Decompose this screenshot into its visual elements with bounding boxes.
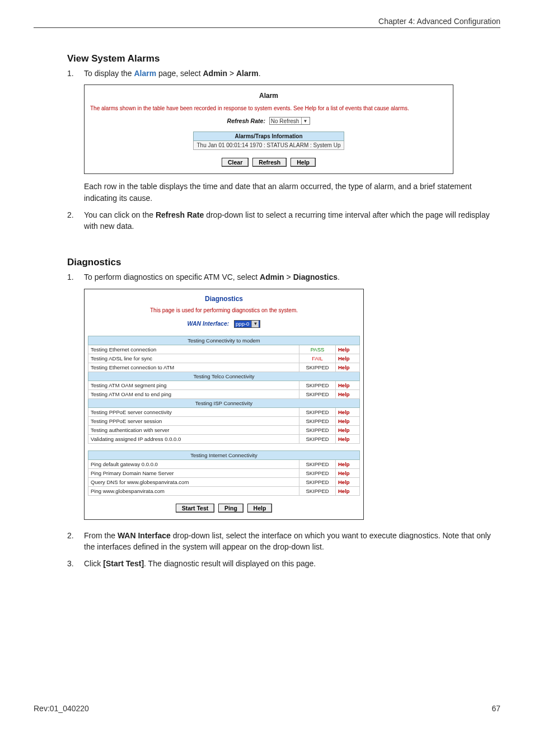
diag-status: SKIPPED	[299, 416, 336, 425]
step-text: From the WAN Interface drop-down list, s…	[84, 530, 500, 553]
chapter-header: Chapter 4: Advanced Configuration	[34, 17, 500, 28]
diag-row: Testing Ethernet connection to ATMSKIPPE…	[88, 363, 360, 372]
diag-help-link[interactable]: Help	[336, 407, 360, 416]
diag-help-link[interactable]: Help	[336, 381, 360, 389]
step-text: You can click on the Refresh Rate drop-d…	[84, 209, 500, 232]
alarms-body-para: Each row in the table displays the time …	[84, 181, 500, 204]
diag-status: SKIPPED	[299, 389, 336, 398]
diag-title: Diagnostics	[88, 293, 360, 307]
diag-test-name: Testing Ethernet connection	[88, 345, 299, 354]
diag-status: SKIPPED	[299, 381, 336, 389]
refresh-button[interactable]: Refresh	[252, 158, 287, 167]
diag-section-telco: Testing Telco Connectivity	[88, 372, 360, 381]
diag-row: Testing ATM OAM segment pingSKIPPEDHelp	[88, 381, 360, 389]
diag-row: Testing PPPoE server connectivitySKIPPED…	[88, 407, 360, 416]
wan-interface-select[interactable]: ppp-0 ▼	[234, 320, 260, 328]
step-text: Click [Start Test]. The diagnostic resul…	[84, 558, 500, 569]
alarm-panel: Alarm The alarms shown in the table have…	[84, 84, 453, 174]
diag-status: SKIPPED	[299, 477, 336, 486]
chevron-down-icon: ▼	[301, 118, 308, 124]
diag-status: SKIPPED	[299, 363, 336, 372]
diag-help-link[interactable]: Help	[336, 486, 360, 495]
diag-status: PASS	[299, 345, 336, 354]
chevron-down-icon: ▼	[251, 321, 259, 327]
footer-page: 67	[491, 704, 500, 713]
wan-interface-label: WAN Interface:	[188, 320, 229, 327]
diag-help-link[interactable]: Help	[336, 477, 360, 486]
diag-status: SKIPPED	[299, 468, 336, 477]
diag-help-link[interactable]: Help	[336, 468, 360, 477]
diag-test-name: Ping default gateway 0.0.0.0	[88, 459, 299, 468]
diag-row: Validating assigned IP address 0.0.0.0SK…	[88, 434, 360, 443]
alarm-row: Thu Jan 01 00:01:14 1970 : STATUS ALARM …	[193, 141, 344, 150]
diag-test-name: Testing ATM OAM segment ping	[88, 381, 299, 389]
diag-row: Testing Ethernet connectionPASSHelp	[88, 345, 360, 354]
diag-help-link[interactable]: Help	[336, 389, 360, 398]
diag-test-name: Testing PPPoE server session	[88, 416, 299, 425]
refresh-rate-select[interactable]: No Refresh ▼	[269, 117, 311, 125]
clear-button[interactable]: Clear	[222, 158, 249, 167]
alarms-heading: View System Alarms	[67, 53, 500, 64]
alarms-table-header: Alarms/Traps Information	[193, 132, 344, 141]
diag-status: FAIL	[299, 354, 336, 363]
refresh-rate-label: Refresh Rate:	[227, 118, 265, 124]
step-number: 1.	[67, 271, 84, 283]
footer-rev: Rev:01_040220	[34, 704, 89, 713]
diag-test-name: Testing ATM OAM end to end ping	[88, 389, 299, 398]
alarm-title: Alarm	[88, 88, 449, 105]
diag-status: SKIPPED	[299, 486, 336, 495]
diag-help-button[interactable]: Help	[247, 504, 273, 513]
diagnostics-panel: Diagnostics This page is used for perfor…	[84, 289, 364, 520]
diag-help-link[interactable]: Help	[336, 345, 360, 354]
step-number: 2.	[67, 209, 84, 232]
diag-row: Testing ATM OAM end to end pingSKIPPEDHe…	[88, 389, 360, 398]
diag-help-link[interactable]: Help	[336, 363, 360, 372]
diag-section-modem: Testing Connectivity to modem	[88, 336, 360, 345]
diag-help-link[interactable]: Help	[336, 459, 360, 468]
alarm-link: Alarm	[134, 69, 157, 78]
diag-row: Testing ADSL line for syncFAILHelp	[88, 354, 360, 363]
diag-row: Ping default gateway 0.0.0.0SKIPPEDHelp	[88, 459, 360, 468]
step-number: 1.	[67, 68, 84, 79]
diag-test-name: Ping www.globespanvirata.com	[88, 486, 299, 495]
diag-test-name: Query DNS for www.globespanvirata.com	[88, 477, 299, 486]
step-text: To display the Alarm page, select Admin …	[84, 68, 500, 79]
step-number: 3.	[67, 558, 84, 569]
diagnostics-heading: Diagnostics	[67, 257, 500, 268]
diag-table: Testing Connectivity to modem Testing Et…	[88, 336, 360, 496]
diag-test-name: Testing authentication with server	[88, 425, 299, 434]
diag-status: SKIPPED	[299, 407, 336, 416]
diag-row: Ping www.globespanvirata.comSKIPPEDHelp	[88, 486, 360, 495]
diag-status: SKIPPED	[299, 459, 336, 468]
help-button[interactable]: Help	[291, 158, 316, 167]
diag-test-name: Validating assigned IP address 0.0.0.0	[88, 434, 299, 443]
diag-desc: This page is used for performing diagnos…	[88, 307, 360, 320]
alarm-desc: The alarms shown in the table have been …	[88, 105, 449, 117]
diag-row: Testing PPPoE server sessionSKIPPEDHelp	[88, 416, 360, 425]
diag-row: Ping Primary Domain Name ServerSKIPPEDHe…	[88, 468, 360, 477]
diag-status: SKIPPED	[299, 434, 336, 443]
diag-help-link[interactable]: Help	[336, 354, 360, 363]
diag-row: Query DNS for www.globespanvirata.comSKI…	[88, 477, 360, 486]
diag-section-inet: Testing Internet Connectivity	[88, 450, 360, 459]
ping-button[interactable]: Ping	[218, 504, 243, 513]
diag-status: SKIPPED	[299, 425, 336, 434]
step-number: 2.	[67, 530, 84, 553]
diag-row: Testing authentication with serverSKIPPE…	[88, 425, 360, 434]
diag-test-name: Ping Primary Domain Name Server	[88, 468, 299, 477]
diag-test-name: Testing ADSL line for sync	[88, 354, 299, 363]
diag-help-link[interactable]: Help	[336, 425, 360, 434]
alarms-table: Alarms/Traps Information Thu Jan 01 00:0…	[193, 132, 345, 150]
diag-test-name: Testing Ethernet connection to ATM	[88, 363, 299, 372]
step-text: To perform diagnostics on specific ATM V…	[84, 271, 500, 283]
start-test-button[interactable]: Start Test	[176, 504, 215, 513]
diag-help-link[interactable]: Help	[336, 416, 360, 425]
diag-section-isp: Testing ISP Connectivity	[88, 398, 360, 407]
diag-test-name: Testing PPPoE server connectivity	[88, 407, 299, 416]
diag-help-link[interactable]: Help	[336, 434, 360, 443]
